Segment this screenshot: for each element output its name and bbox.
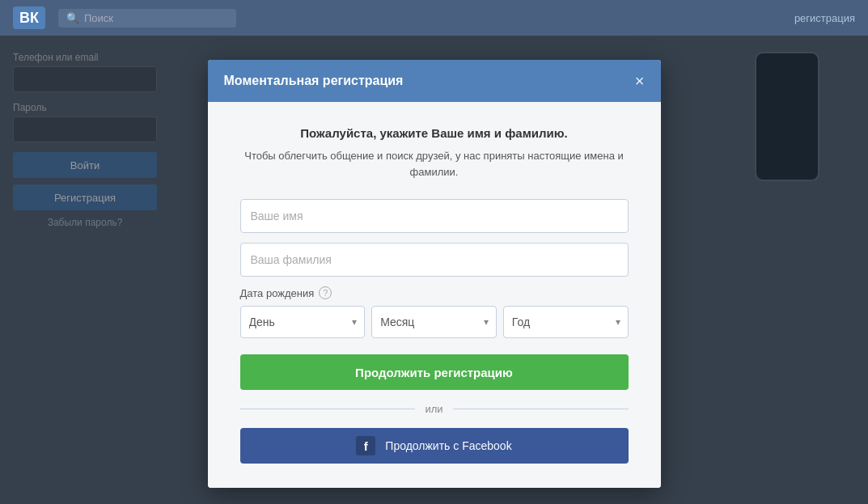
registration-modal: Моментальная регистрация × Пожалуйста, у…	[208, 60, 661, 488]
modal-title: Моментальная регистрация	[224, 74, 404, 88]
search-box[interactable]: 🔍	[58, 9, 236, 28]
day-select[interactable]: День	[240, 306, 366, 338]
year-select-wrap: Год	[503, 306, 629, 338]
month-select[interactable]: Месяц	[371, 306, 497, 338]
search-input[interactable]	[84, 12, 228, 24]
year-select[interactable]: Год	[503, 306, 629, 338]
dob-label: Дата рождения ?	[240, 286, 629, 299]
date-selects: День Месяц Год	[240, 306, 629, 338]
last-name-input[interactable]	[240, 243, 629, 277]
month-select-wrap: Месяц	[371, 306, 497, 338]
facebook-button-label: Продолжить с Facebook	[385, 439, 511, 452]
modal-header: Моментальная регистрация ×	[208, 60, 661, 102]
or-text: или	[425, 403, 442, 415]
dob-help-icon[interactable]: ?	[319, 286, 332, 299]
modal-body: Пожалуйста, укажите Ваше имя и фамилию. …	[208, 102, 661, 488]
or-line-right	[453, 409, 629, 409]
register-link[interactable]: регистрация	[794, 12, 855, 24]
or-divider: или	[240, 403, 629, 415]
day-select-wrap: День	[240, 306, 366, 338]
modal-close-button[interactable]: ×	[635, 73, 645, 89]
search-icon: 🔍	[66, 12, 79, 24]
facebook-button[interactable]: f Продолжить с Facebook	[240, 428, 629, 464]
or-line-left	[240, 409, 416, 409]
navbar: ВК 🔍 регистрация	[0, 0, 868, 36]
modal-heading: Пожалуйста, укажите Ваше имя и фамилию.	[240, 126, 629, 140]
facebook-icon: f	[356, 436, 375, 455]
continue-button[interactable]: Продолжить регистрацию	[240, 354, 629, 390]
vk-logo: ВК	[13, 6, 45, 29]
modal-sub-text: Чтобы облегчить общение и поиск друзей, …	[240, 148, 629, 180]
modal-overlay: Моментальная регистрация × Пожалуйста, у…	[0, 36, 868, 504]
first-name-input[interactable]	[240, 199, 629, 233]
